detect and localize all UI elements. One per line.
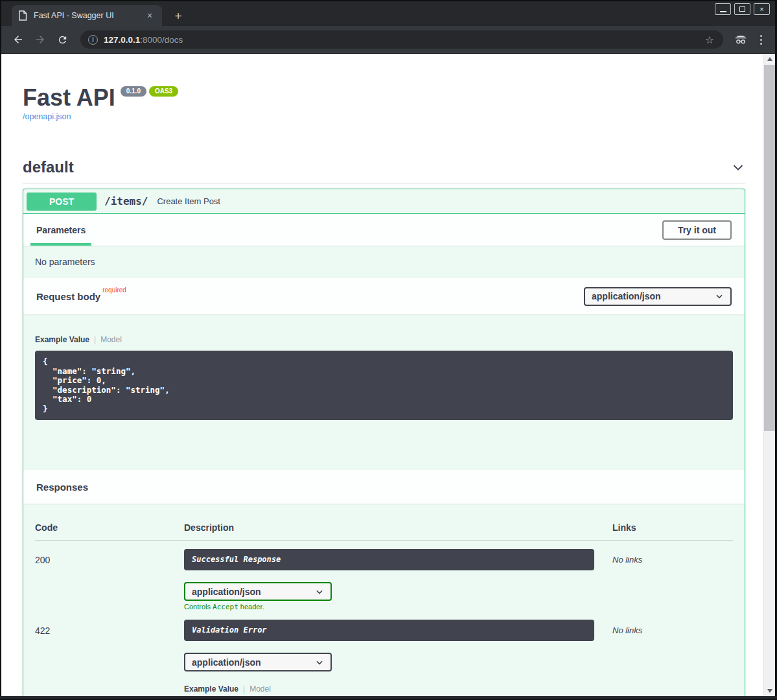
response-422-links: No links	[612, 620, 733, 635]
window-border-top	[0, 0, 777, 1]
oas3-badge: OAS3	[149, 86, 178, 97]
request-body-header: Request bodyrequired application/json	[23, 278, 745, 314]
parameters-header: Parameters Try it out	[23, 214, 745, 246]
tab-title: Fast API - Swagger UI	[34, 11, 144, 20]
tag-section-title: default	[23, 158, 74, 176]
swagger-ui-content: Fast API0.1.0OAS3 /openapi.json default …	[1, 54, 763, 696]
operation-summary: Create Item Post	[157, 196, 220, 206]
tab-model[interactable]: Model	[100, 335, 122, 344]
api-title: Fast API0.1.0OAS3	[23, 85, 745, 111]
tab-example-value[interactable]: Example Value	[35, 335, 89, 344]
column-description: Description	[184, 523, 612, 532]
opblock-post-items: POST /items/ Create Item Post Parameters…	[23, 189, 745, 696]
browser-tabstrip: Fast API - Swagger UI × + ×	[1, 1, 775, 26]
select-chevron-icon	[315, 587, 324, 596]
request-body-media-type-value: application/json	[592, 291, 661, 301]
url-host: 127.0.0.1	[104, 35, 140, 45]
response-422-media-type-value: application/json	[192, 657, 261, 668]
tag-section-header[interactable]: default	[23, 158, 745, 177]
back-button[interactable]	[9, 30, 27, 49]
openapi-spec-link[interactable]: /openapi.json	[23, 112, 745, 121]
tab-parameters[interactable]: Parameters	[30, 214, 91, 246]
window-controls: ×	[715, 3, 770, 15]
scrollbar-down-arrow-icon[interactable]	[763, 686, 775, 696]
request-body-label: Request bodyrequired	[36, 290, 126, 302]
responses-heading: Responses	[36, 482, 88, 493]
column-links: Links	[612, 523, 733, 532]
browser-tab-active[interactable]: Fast API - Swagger UI ×	[12, 5, 162, 26]
response-200-media-type-select[interactable]: application/json	[184, 582, 332, 601]
method-post-badge: POST	[27, 192, 97, 211]
request-body-example-json: { "name": "string", "price": 0, "descrip…	[35, 351, 733, 420]
window-minimize-button[interactable]	[715, 3, 731, 15]
bookmark-star-icon[interactable]: ☆	[700, 34, 719, 46]
page-favicon-icon	[18, 10, 27, 21]
url-text[interactable]: 127.0.0.1:8000/docs	[104, 35, 700, 45]
opblock-summary[interactable]: POST /items/ Create Item Post	[23, 189, 745, 214]
address-bar[interactable]: i 127.0.0.1:8000/docs ☆	[80, 30, 723, 49]
response-422-description: Validation Error	[184, 620, 594, 641]
tab-example-value[interactable]: Example Value	[184, 684, 238, 694]
column-code: Code	[35, 523, 184, 532]
accept-header-note: Controls Accept header.	[184, 603, 612, 611]
try-it-out-button[interactable]: Try it out	[662, 220, 732, 240]
select-chevron-icon	[715, 292, 724, 301]
forward-button[interactable]	[31, 30, 49, 49]
page-viewport: Fast API0.1.0OAS3 /openapi.json default …	[1, 54, 775, 696]
window-border-bottom	[0, 696, 777, 700]
response-row-422: 422 Validation Error application/json Ex…	[35, 611, 733, 696]
request-body-example-section: Example Value|Model { "name": "string", …	[23, 314, 745, 470]
reload-icon	[57, 34, 68, 45]
response-200-media-type-value: application/json	[192, 587, 261, 597]
response-200-description: Successful Response	[184, 549, 594, 570]
browser-toolbar: i 127.0.0.1:8000/docs ☆	[1, 26, 775, 54]
no-parameters-text: No parameters	[23, 246, 745, 278]
select-chevron-icon	[315, 658, 324, 667]
page-scrollbar[interactable]	[763, 54, 775, 696]
section-divider	[23, 183, 745, 183]
example-model-tabs: Example Value|Model	[35, 335, 733, 344]
response-200-links: No links	[612, 549, 733, 565]
version-badge: 0.1.0	[121, 86, 146, 97]
required-flag: required	[102, 286, 126, 294]
maximize-icon	[739, 6, 745, 12]
section-collapse-chevron-icon[interactable]	[731, 160, 745, 174]
url-path: :8000/docs	[140, 35, 183, 45]
window-border-left	[0, 0, 1, 700]
responses-table-head: Code Description Links	[35, 523, 733, 532]
operation-path: /items/	[104, 195, 148, 207]
incognito-icon	[732, 31, 749, 48]
forward-arrow-icon	[34, 34, 46, 45]
request-body-media-type-select[interactable]: application/json	[584, 287, 732, 306]
back-arrow-icon	[12, 34, 24, 45]
site-info-icon[interactable]: i	[88, 35, 98, 45]
response-code-422: 422	[35, 620, 184, 636]
scrollbar-up-arrow-icon[interactable]	[763, 54, 775, 64]
window-maximize-button[interactable]	[734, 3, 750, 15]
tab-model[interactable]: Model	[249, 684, 271, 694]
response-422-example-tabs: Example Value|Model	[184, 684, 612, 694]
window-close-button[interactable]: ×	[754, 3, 770, 15]
response-row-200: 200 Successful Response application/json…	[35, 541, 733, 611]
scrollbar-thumb[interactable]	[764, 65, 775, 431]
minimize-icon	[720, 11, 726, 12]
browser-menu-button[interactable]	[754, 31, 767, 48]
tab-close-icon[interactable]: ×	[144, 10, 156, 21]
response-code-200: 200	[35, 549, 184, 565]
responses-header: Responses	[23, 470, 745, 504]
reload-button[interactable]	[53, 30, 71, 49]
new-tab-button[interactable]: +	[170, 8, 187, 25]
responses-table: Code Description Links 200 Successful Re…	[23, 504, 745, 696]
response-422-media-type-select[interactable]: application/json	[184, 653, 332, 671]
